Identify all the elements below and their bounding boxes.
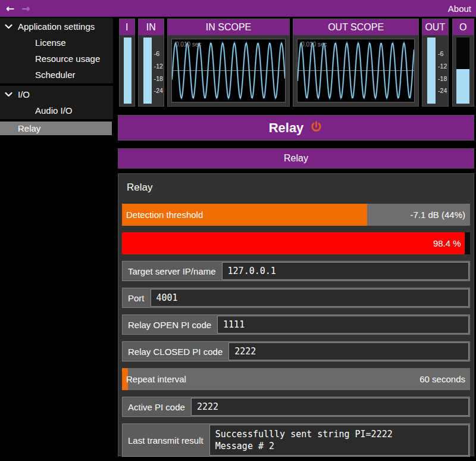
scope-plot: 0.010 sec [297,39,415,102]
meter-header: I [120,19,134,35]
sidebar-item[interactable]: Resource usage [0,51,113,67]
about-menu-item[interactable]: About [448,4,476,14]
level-meter-bar [427,38,436,104]
meter-scale-label: -18 [154,75,163,82]
meter-scale-label: -18 [438,75,447,82]
top-menu-bar: ← → About [0,0,476,17]
active-pi-code-input[interactable]: 2222 [191,398,469,416]
level-meter-bar [143,38,152,104]
relay-settings-panel: Relay Detection threshold -7.1 dB (44%) … [118,173,474,456]
sidebar-group-header[interactable]: I/O [0,86,113,102]
sidebar-tree: Application settingsLicenseResource usag… [0,17,113,461]
meter-scale-label: -12 [438,63,447,70]
field-label: Relay CLOSED PI code [123,342,228,361]
input-level-meter: 98.4 % [122,232,470,254]
sidebar-item-label: License [35,38,66,48]
forward-arrow-icon[interactable]: → [18,0,33,17]
relay-section-title: Relay [269,120,304,136]
repeat-interval-slider[interactable]: Repeat interval 60 seconds [122,368,470,390]
sidebar-item-label: Scheduler [35,70,76,80]
waveform-svg [172,39,285,102]
meter-scale-label: -6 [154,50,159,57]
meter-scale-label: -12 [154,63,163,70]
active-pi-code-label: Active PI code [123,397,190,416]
panel-title: Relay [122,180,470,195]
tab-relay[interactable]: Relay [118,148,474,169]
repeat-interval-value: 60 seconds [419,368,465,390]
field-row: Target server IP/name127.0.0.1 [122,261,470,281]
out-scope-panel[interactable]: OUT SCOPE 0.010 sec [293,18,419,107]
scope-header: IN SCOPE [168,19,289,35]
meters-row: I IN -6-12-18-24 IN SCOPE 0.010 sec [118,18,474,107]
field-row: Relay CLOSED PI code2222 [122,341,470,362]
main-content: I IN -6-12-18-24 IN SCOPE 0.010 sec [118,18,474,456]
detection-threshold-label: Detection threshold [126,204,203,226]
app-window: ← → About Application settingsLicenseRes… [0,0,476,461]
field-row: Relay OPEN PI code1111 [122,314,470,335]
sidebar-item-label: Resource usage [35,54,100,64]
input-level-value: 98.4 % [433,232,461,254]
field-row: Port4001 [122,288,470,308]
sidebar-group-label: Application settings [18,21,95,32]
in-scope-panel[interactable]: IN SCOPE 0.010 sec [167,18,290,107]
meter-header: OUT [422,19,447,35]
sidebar-item-selected[interactable]: Relay [0,122,112,135]
field-input[interactable]: 1111 [217,316,469,334]
scope-time-label: 0.010 sec [176,41,201,48]
sidebar-item[interactable]: License [0,35,113,51]
meter-scale: -6-12-18-24 [438,38,447,104]
detection-threshold-slider[interactable]: Detection threshold -7.1 dB (44%) [122,204,470,226]
last-transmit-result-label: Last transmit result [123,424,209,456]
output-meter-o[interactable]: O [452,18,474,107]
last-transmit-result-row: Last transmit result Successfullly sent … [122,423,470,457]
sidebar-group: Application settingsLicenseResource usag… [0,18,113,83]
meter-header: IN [139,19,164,35]
field-label: Target server IP/name [123,261,221,281]
detection-threshold-value: -7.1 dB (44%) [410,204,465,226]
output-meter-out[interactable]: OUT -6-12-18-24 [422,18,448,107]
waveform-svg [298,39,414,102]
meter-scale-label: -6 [438,50,443,57]
sidebar-item[interactable]: Scheduler [0,67,113,83]
input-meter-in[interactable]: IN -6-12-18-24 [138,18,164,107]
relay-section-header[interactable]: Relay [118,115,474,141]
sidebar-group: I/OAudio I/O [0,86,113,119]
meter-scale: -6-12-18-24 [154,38,164,104]
field-input[interactable]: 4001 [151,289,469,307]
level-meter-bar [456,38,469,104]
chevron-down-icon [5,24,18,29]
level-meter-bar [124,38,131,104]
sidebar-group-header[interactable]: Application settings [0,18,113,35]
sidebar-group-label: I/O [18,89,30,99]
field-label: Relay OPEN PI code [123,315,217,334]
back-arrow-icon[interactable]: ← [2,0,18,17]
field-input[interactable]: 127.0.0.1 [222,262,469,280]
scope-time-label: 0.010 sec [301,41,327,48]
sidebar-item-label: Audio I/O [35,105,73,116]
scope-header: OUT SCOPE [293,19,418,35]
last-transmit-result-output: Successfullly sent string PI=2222 Messag… [209,425,469,456]
active-pi-code-row: Active PI code 2222 [122,397,470,417]
meter-header: O [453,19,474,35]
field-label: Port [123,288,150,307]
sidebar-item[interactable]: Audio I/O [0,102,113,119]
meter-scale-label: -24 [438,87,447,94]
chevron-down-icon [5,92,18,97]
meter-scale-label: -24 [154,87,163,94]
scope-plot: 0.010 sec [171,39,286,102]
field-input[interactable]: 2222 [228,342,469,360]
input-meter-i[interactable]: I [119,18,135,107]
power-icon[interactable] [309,121,323,135]
repeat-interval-label: Repeat interval [126,368,186,390]
